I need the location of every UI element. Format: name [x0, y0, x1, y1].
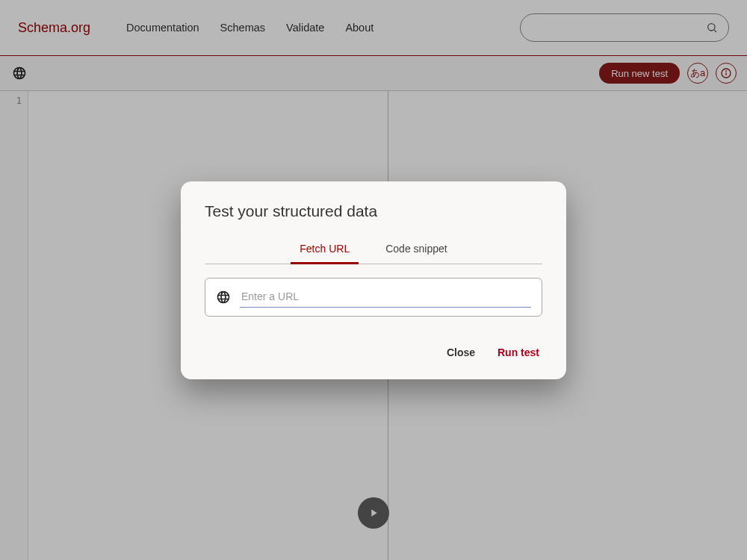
run-test-button[interactable]: Run test — [495, 342, 542, 363]
test-modal: Test your structured data Fetch URL Code… — [181, 181, 566, 379]
url-input[interactable] — [240, 286, 531, 308]
tab-code-snippet[interactable]: Code snippet — [381, 235, 452, 264]
modal-actions: Close Run test — [205, 342, 542, 363]
modal-tabs: Fetch URL Code snippet — [205, 235, 542, 264]
tab-fetch-url[interactable]: Fetch URL — [295, 235, 354, 264]
modal-overlay: Test your structured data Fetch URL Code… — [0, 0, 747, 560]
globe-icon — [216, 290, 231, 305]
close-button[interactable]: Close — [444, 342, 478, 363]
modal-title: Test your structured data — [205, 202, 542, 220]
url-input-box — [205, 278, 542, 317]
